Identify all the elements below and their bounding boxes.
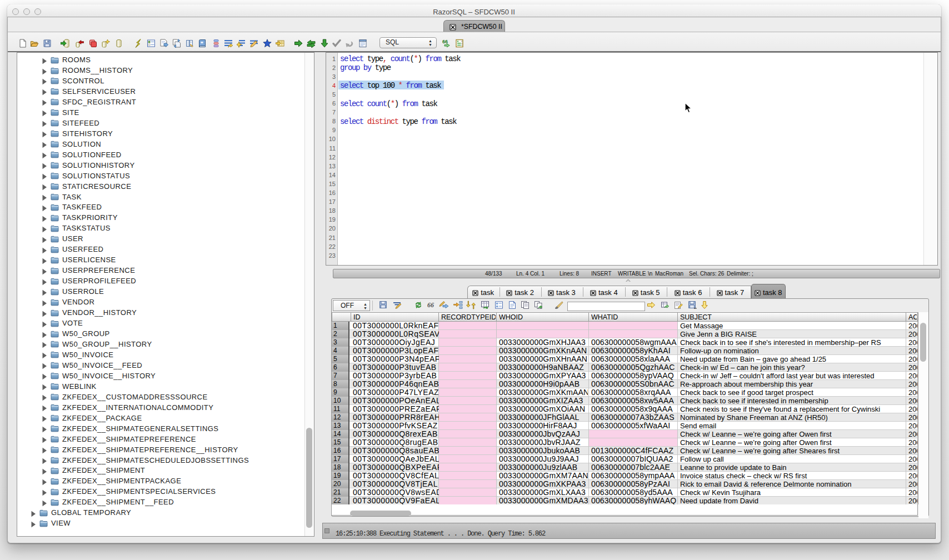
svg-text:66: 66: [427, 301, 434, 309]
